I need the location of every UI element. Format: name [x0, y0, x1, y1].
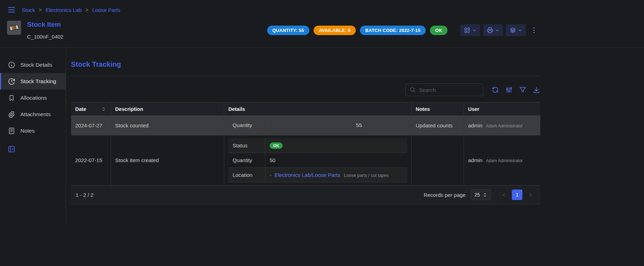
stock-actions-button[interactable] — [506, 24, 526, 36]
table-row[interactable]: 2024-07-27Stock countedQuantity55Updated… — [71, 116, 540, 135]
search-input[interactable] — [419, 87, 479, 93]
sidebar-item-stock-details[interactable]: Stock Details — [0, 56, 66, 73]
detail-row: Quantity50 — [228, 153, 407, 168]
toolbar-icons — [491, 86, 540, 94]
sidebar-collapse-button[interactable] — [7, 145, 16, 153]
column-label: Date — [75, 106, 86, 112]
barcode-actions-button[interactable] — [460, 24, 480, 36]
search-icon — [409, 86, 416, 93]
download-button[interactable] — [533, 86, 540, 94]
filter-button[interactable] — [519, 86, 527, 94]
records-per-page-select[interactable]: 25 — [471, 189, 491, 200]
sidebar-item-notes[interactable]: Notes — [0, 122, 66, 139]
stock-item-thumbnail[interactable] — [7, 21, 21, 35]
breadcrumb-link-electronics-lab[interactable]: Electronics Lab — [46, 7, 82, 13]
table-footer: 1 - 2 / 2 Records per page 25 1 — [71, 185, 540, 204]
detail-value: OK — [265, 138, 407, 153]
info-icon — [8, 61, 15, 69]
column-header-details: Details — [224, 102, 411, 116]
records-per-page-label: Records per page — [424, 192, 465, 198]
cell-user: adminAdam Administrator — [464, 116, 540, 135]
selector-icon — [482, 192, 488, 198]
column-label: Description — [115, 106, 143, 112]
page-button-1[interactable]: 1 — [512, 189, 522, 200]
breadcrumb-link-stock[interactable]: Stock — [22, 7, 35, 13]
app-window: Stock>Electronics Lab>Loose Parts Stock … — [0, 0, 644, 225]
adjustments-button[interactable] — [505, 86, 513, 94]
note-icon — [8, 127, 15, 135]
username: admin — [468, 122, 483, 128]
location-description: Loose parts / cut tapes — [344, 173, 388, 178]
bookmark-icon — [8, 94, 15, 102]
panel-divider — [71, 76, 540, 76]
header-actions — [460, 24, 526, 36]
chevron-down-icon — [495, 28, 500, 33]
sidebar-item-allocations[interactable]: Allocations — [0, 89, 66, 106]
chevron-right-icon — [528, 192, 534, 198]
prev-page-button[interactable] — [498, 189, 509, 200]
sidebar-item-label: Attachments — [20, 111, 51, 118]
history-icon — [8, 78, 15, 85]
sidebar-item-stock-tracking[interactable]: Stock Tracking — [0, 73, 66, 89]
location-link[interactable]: Electronics Lab/Loose Parts — [275, 172, 340, 178]
overflow-menu-button[interactable] — [530, 26, 538, 34]
detail-row: StatusOK — [228, 138, 407, 153]
detail-value: -Electronics Lab/Loose PartsLoose parts … — [265, 168, 407, 182]
user-fullname: Adam Administrator — [486, 158, 523, 163]
stack-icon — [509, 27, 516, 34]
paperclip-icon — [8, 111, 15, 118]
cell-notes — [411, 135, 464, 185]
detail-value: 50 — [265, 153, 407, 168]
table-row[interactable]: 2022-07-15Stock item createdStatusOKQuan… — [71, 135, 540, 185]
qrcode-icon — [464, 27, 471, 34]
refresh-button[interactable] — [491, 86, 499, 94]
breadcrumb-separator: > — [85, 7, 88, 13]
cell-user: adminAdam Administrator — [464, 135, 540, 185]
column-header-date[interactable]: Date — [71, 102, 111, 116]
detail-label: Status — [228, 138, 265, 153]
next-page-button[interactable] — [525, 189, 536, 200]
pagination: 1 — [498, 189, 536, 200]
content-area: Stock DetailsStock TrackingAllocationsAt… — [0, 48, 644, 225]
record-range: 1 - 2 / 2 — [76, 192, 94, 198]
page-buttons: 1 — [512, 189, 522, 200]
page-title: Stock Item — [27, 21, 63, 28]
page-header: Stock Item C_100nF_0402 QUANTITY: 55AVAI… — [0, 16, 545, 47]
column-header-notes: Notes — [411, 102, 464, 116]
batch-code-badge: BATCH CODE: 2022-7-15 — [360, 26, 426, 35]
breadcrumb-separator: > — [39, 7, 42, 13]
sidebar-item-label: Allocations — [20, 95, 47, 101]
download-icon — [533, 86, 540, 94]
cell-description: Stock item created — [111, 135, 224, 185]
printer-icon — [487, 27, 494, 34]
menu-button[interactable] — [7, 5, 16, 14]
location-dash: - — [270, 172, 271, 178]
details-table: StatusOKQuantity50Location-Electronics L… — [228, 138, 407, 183]
panel-title: Stock Tracking — [71, 60, 540, 68]
table-header-row: DateDescriptionDetailsNotesUser — [71, 102, 540, 116]
cell-details: Quantity55 — [224, 116, 411, 135]
breadcrumb-link-loose-parts[interactable]: Loose Parts — [92, 7, 120, 13]
column-label: Details — [228, 106, 245, 112]
detail-row: Quantity55 — [228, 119, 366, 132]
adjustments-icon — [505, 86, 513, 94]
cell-date: 2024-07-27 — [71, 116, 111, 135]
column-label: User — [468, 106, 479, 112]
component-image — [10, 25, 18, 30]
sidebar-item-label: Stock Tracking — [20, 78, 56, 85]
status-badge: OK — [270, 142, 283, 149]
sidebar-nav: Stock DetailsStock TrackingAllocationsAt… — [0, 56, 66, 139]
dots-icon — [530, 26, 538, 34]
stock-item-name: C_100nF_0402 — [27, 34, 63, 40]
print-actions-button[interactable] — [483, 24, 503, 36]
cell-notes: Updated counts — [411, 116, 464, 135]
chevron-down-icon — [517, 28, 523, 33]
chevron-down-icon — [472, 28, 477, 33]
detail-label: Location — [228, 168, 265, 182]
username: admin — [468, 157, 483, 163]
column-header-user: User — [464, 102, 540, 116]
user-fullname: Adam Administrator — [486, 124, 523, 128]
filter-icon — [519, 86, 527, 94]
sidebar-item-attachments[interactable]: Attachments — [0, 106, 66, 122]
column-label: Notes — [416, 106, 430, 112]
